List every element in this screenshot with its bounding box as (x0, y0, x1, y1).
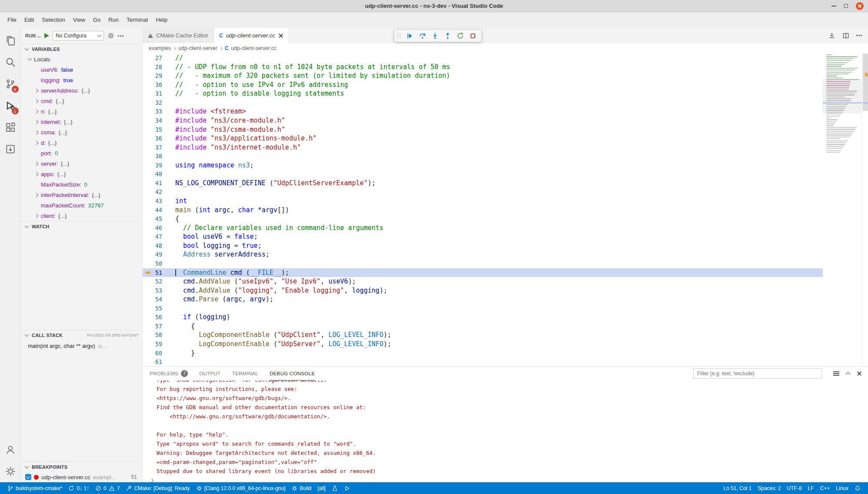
breadcrumb-item[interactable]: udp-client-server.cc (231, 45, 276, 51)
restart-button[interactable] (454, 30, 466, 41)
stop-button[interactable] (467, 30, 478, 41)
breakpoint-row[interactable]: udp-client-server.cc exampl... 51 (21, 472, 142, 482)
variables-section-header[interactable]: VARIABLES (21, 43, 142, 54)
code-line-51[interactable]: 51 CommandLine cmd (__FILE__); (143, 268, 823, 277)
close-icon[interactable] (856, 2, 864, 10)
line-number[interactable]: 46 (143, 224, 162, 233)
filter-lines-icon[interactable] (833, 371, 839, 372)
breadcrumb-item[interactable]: udp-client-server (178, 45, 217, 51)
menu-item-help[interactable]: Help (152, 12, 171, 28)
variable-row[interactable]: internet:{...} (21, 117, 142, 127)
line-number[interactable]: 32 (143, 98, 162, 107)
variable-row[interactable]: cmd:{...} (21, 96, 142, 106)
code-line-33[interactable]: 33#include <fstream> (143, 107, 823, 116)
chevron-right-icon[interactable] (33, 194, 40, 197)
line-number[interactable]: 30 (143, 80, 162, 90)
line-number[interactable]: 41 (143, 179, 162, 188)
code-line-36[interactable]: 36#include "ns3/applications-module.h" (143, 134, 823, 143)
code-line-60[interactable]: 60 } (143, 349, 823, 358)
line-number[interactable]: 48 (143, 241, 162, 250)
encoding[interactable]: UTF-8 (784, 482, 805, 494)
breakpoints-section-header[interactable]: BREAKPOINTS (21, 461, 142, 472)
code-line-49[interactable]: 49 Address serverAddress; (143, 250, 823, 259)
breadcrumb[interactable]: examples udp-client-server C udp-client-… (143, 43, 868, 53)
line-number[interactable]: 42 (143, 187, 162, 197)
chevron-right-icon[interactable] (33, 110, 40, 113)
debug-console[interactable]: Type "show configuration" for configurat… (143, 381, 868, 482)
continue-button[interactable] (404, 30, 415, 41)
notifications[interactable] (851, 482, 864, 494)
code-line-45[interactable]: 45{ (143, 214, 823, 224)
chevron-right-icon[interactable] (33, 173, 40, 176)
variable-row[interactable]: n:{...} (21, 106, 142, 117)
code-lines[interactable]: 27//28// - UDP flow from n0 to n1 of 102… (143, 53, 823, 366)
menu-item-selection[interactable]: Selection (38, 12, 69, 28)
chevron-right-icon[interactable] (33, 162, 40, 165)
breakpoint-checkbox[interactable] (25, 474, 31, 480)
variable-row[interactable]: client:{...} (21, 210, 142, 221)
language-mode[interactable]: C++ (817, 482, 833, 494)
code-line-54[interactable]: 54 cmd.Parse (argc, argv); (143, 295, 823, 304)
code-line-43[interactable]: 43int (143, 197, 823, 206)
code-line-39[interactable]: 39using namespace ns3; (143, 161, 823, 170)
cmake-kit-status[interactable]: [Clang 12.0.0 x86_64-pc-linux-gnu] (193, 482, 289, 494)
code-line-58[interactable]: 58 LogComponentEnable ("UdpClient", LOG_… (143, 330, 823, 340)
os[interactable]: Linux (833, 482, 851, 494)
account-icon[interactable] (0, 439, 21, 461)
cursor-position[interactable]: Ln 51, Col 1 (721, 482, 755, 494)
panel-tab-problems[interactable]: PROBLEMS7 (150, 367, 188, 381)
code-line-31[interactable]: 31// - option to disable logging stateme… (143, 89, 823, 98)
cmake-status[interactable]: CMake: [Debug]: Ready (123, 482, 193, 494)
menu-item-go[interactable]: Go (89, 12, 104, 28)
line-number[interactable]: 49 (143, 250, 162, 259)
sync-status[interactable]: 0↓ 1↑ (65, 482, 92, 494)
code-line-35[interactable]: 35#include "ns3/csma-module.h" (143, 125, 823, 134)
download-icon[interactable] (828, 32, 835, 39)
explorer-icon[interactable] (0, 30, 21, 51)
variable-row[interactable]: logging:true (21, 75, 142, 85)
extensions-icon[interactable] (0, 117, 21, 138)
chevron-right-icon[interactable] (33, 131, 40, 134)
line-number[interactable]: 52 (143, 277, 162, 286)
code-line-40[interactable]: 40 (143, 170, 823, 179)
variable-row[interactable]: useV6:false (21, 64, 142, 75)
launch-button[interactable] (341, 482, 353, 494)
line-number[interactable]: 55 (143, 304, 162, 313)
code-editor[interactable]: 27//28// - UDP flow from n0 to n1 of 102… (143, 53, 868, 366)
line-number[interactable]: 58 (143, 330, 162, 340)
more-actions-icon[interactable] (118, 35, 119, 37)
line-number[interactable]: 47 (143, 232, 162, 241)
code-line-42[interactable]: 42 (143, 187, 823, 197)
cmake-build-button[interactable]: Build (288, 482, 314, 494)
line-number[interactable]: 57 (143, 322, 162, 331)
line-number[interactable]: 38 (143, 152, 162, 161)
line-number[interactable]: 59 (143, 340, 162, 349)
code-line-37[interactable]: 37#include "ns3/internet-module.h" (143, 143, 823, 152)
remote-explorer-icon[interactable] (0, 138, 21, 160)
code-line-48[interactable]: 48 bool logging = true; (143, 241, 823, 250)
code-line-30[interactable]: 30// - option to use IPv4 or IPv6 addres… (143, 80, 823, 90)
code-line-46[interactable]: 46 // Declare variables used in command-… (143, 224, 823, 233)
line-number[interactable]: 28 (143, 63, 162, 72)
breadcrumb-item[interactable]: examples (149, 45, 171, 51)
code-line-47[interactable]: 47 bool useV6 = false; (143, 232, 823, 241)
git-branch-status[interactable]: buildsystem-cmake* (4, 482, 65, 494)
step-into-button[interactable] (429, 30, 441, 41)
line-number[interactable]: 29 (143, 71, 162, 80)
variable-row[interactable]: apps:{...} (21, 169, 142, 179)
line-number[interactable]: 36 (143, 134, 162, 143)
problems-status[interactable]: 07 (92, 482, 123, 494)
maximize-panel-icon[interactable] (845, 372, 850, 377)
code-line-38[interactable]: 38 (143, 152, 823, 161)
close-panel-icon[interactable] (857, 371, 862, 376)
code-line-41[interactable]: 41NS_LOG_COMPONENT_DEFINE ("UdpClientSer… (143, 179, 823, 188)
chevron-right-icon[interactable] (33, 214, 40, 217)
line-number[interactable]: 34 (143, 116, 162, 125)
code-line-56[interactable]: 56 if (logging) (143, 313, 823, 322)
variable-row[interactable]: csma:{...} (21, 127, 142, 137)
line-number[interactable]: 27 (143, 53, 162, 63)
variable-row[interactable]: Locals (21, 54, 142, 64)
chevron-right-icon[interactable] (33, 100, 40, 103)
start-debugging-icon[interactable] (44, 33, 49, 38)
tab-cmake-cache-editor[interactable]: CMake Cache Editor (143, 28, 214, 43)
